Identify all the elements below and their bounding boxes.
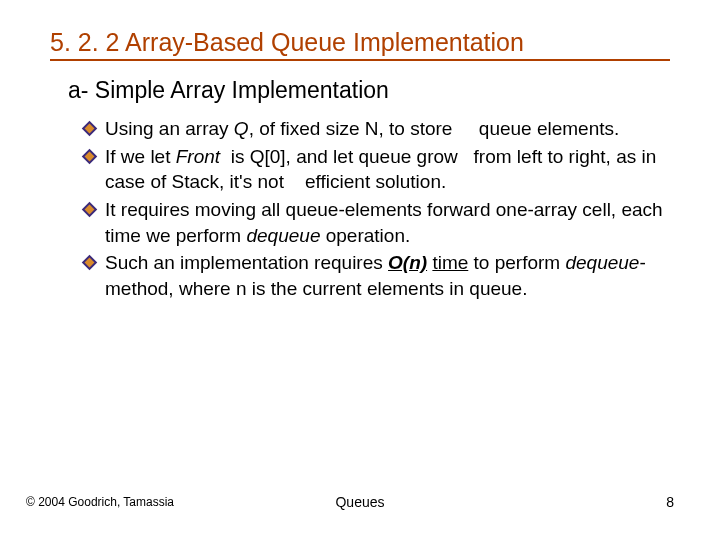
text-run: Using an array: [105, 118, 234, 139]
text-run: , of fixed size N, to store queue elemen…: [249, 118, 620, 139]
footer-center: Queues: [335, 494, 384, 510]
bullet-text: If we let Front is Q[0], and let queue g…: [105, 144, 670, 195]
bullet-text: Such an implementation requires O(n) tim…: [105, 250, 670, 301]
list-item: Using an array Q, of fixed size N, to st…: [84, 116, 670, 142]
bullet-icon: [84, 204, 95, 215]
list-item: If we let Front is Q[0], and let queue g…: [84, 144, 670, 195]
page-number: 8: [666, 494, 674, 510]
bullet-icon: [84, 257, 95, 268]
text-run: Such an implementation requires: [105, 252, 388, 273]
text-bold-italic-underline: O(n): [388, 252, 427, 273]
text-italic: Front: [176, 146, 220, 167]
text-italic: dequeue: [246, 225, 320, 246]
bullet-list: Using an array Q, of fixed size N, to st…: [84, 116, 670, 301]
list-item: Such an implementation requires O(n) tim…: [84, 250, 670, 301]
bullet-text: It requires moving all queue-elements fo…: [105, 197, 670, 248]
slide-title: 5. 2. 2 Array-Based Queue Implementation: [50, 28, 670, 61]
bullet-icon: [84, 123, 95, 134]
text-run: If we let: [105, 146, 176, 167]
text-underline: time: [432, 252, 468, 273]
text-italic: Q: [234, 118, 249, 139]
copyright-text: © 2004 Goodrich, Tamassia: [26, 495, 174, 509]
bullet-text: Using an array Q, of fixed size N, to st…: [105, 116, 619, 142]
slide-subtitle: a- Simple Array Implementation: [68, 77, 670, 104]
list-item: It requires moving all queue-elements fo…: [84, 197, 670, 248]
text-run: operation.: [320, 225, 410, 246]
text-italic: dequeue: [565, 252, 639, 273]
text-run: to perform: [468, 252, 565, 273]
bullet-icon: [84, 151, 95, 162]
